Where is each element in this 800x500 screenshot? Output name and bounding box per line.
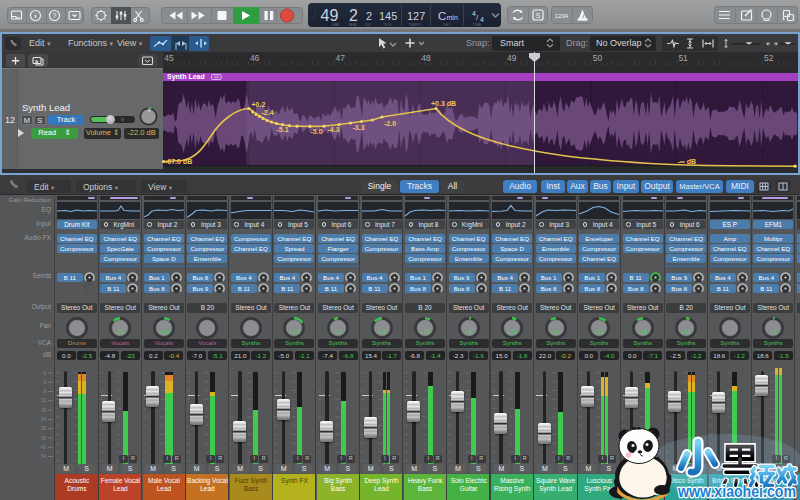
svg-text:+0.2: +0.2: [252, 101, 266, 108]
svg-text:-5.0: -5.0: [311, 128, 323, 135]
svg-text:12: 12: [41, 398, 47, 403]
svg-text:36: 36: [41, 436, 47, 441]
svg-text:-3.3: -3.3: [353, 124, 365, 131]
svg-text:-4.3: -4.3: [328, 126, 340, 133]
svg-text:-∞ dB: -∞ dB: [678, 158, 697, 165]
svg-text:6: 6: [43, 371, 46, 376]
svg-text:-2.4: -2.4: [262, 109, 274, 116]
svg-text:18: 18: [41, 408, 47, 413]
svg-text:-67.0 dB: -67.0 dB: [165, 158, 192, 165]
svg-text:6: 6: [43, 389, 46, 394]
svg-text:42: 42: [41, 445, 47, 450]
svg-text:54: 54: [41, 454, 47, 459]
svg-text:-2.0: -2.0: [384, 120, 396, 127]
svg-text:www.xiaohei.com: www.xiaohei.com: [677, 482, 796, 500]
svg-text:-5.1: -5.1: [277, 126, 289, 133]
svg-text:30: 30: [41, 426, 47, 431]
svg-text:0: 0: [43, 380, 46, 385]
svg-text:+0.3 dB: +0.3 dB: [431, 100, 456, 107]
svg-text:24: 24: [41, 417, 47, 422]
